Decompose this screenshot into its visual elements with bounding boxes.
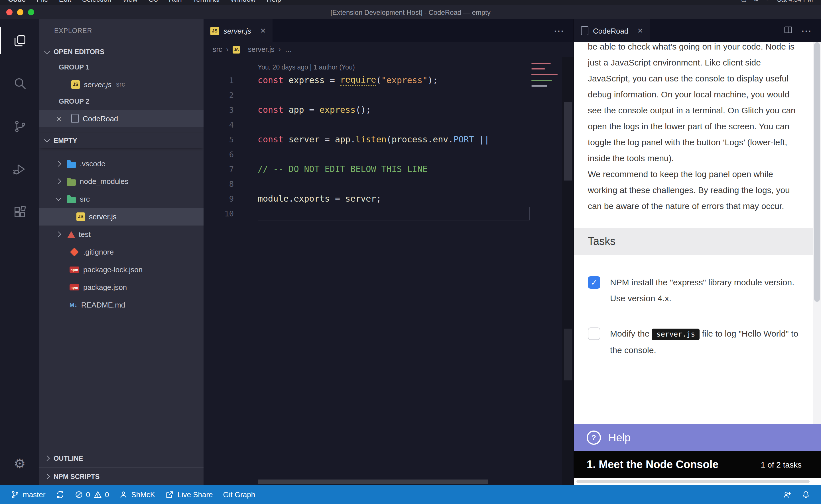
zoom-window-button[interactable] [28,9,34,15]
js-icon [233,46,240,53]
open-editor-coderoad[interactable]: CodeRoad [39,110,203,127]
activity-search-icon[interactable] [0,62,39,105]
menu-edit[interactable]: Edit [59,0,71,5]
lesson-footer[interactable]: 1. Meet the Node Console 1 of 2 tasks [574,451,821,478]
scrollbar-thumb[interactable] [564,102,572,181]
src-folder-icon [67,197,76,203]
codelens-annotation[interactable]: You, 20 days ago | 1 author (You) [258,64,573,71]
activity-source-control-icon[interactable] [0,105,39,147]
workspace-label: EMPTY [54,136,77,144]
open-editors-header[interactable]: OPEN EDITORS [39,45,203,59]
status-master[interactable]: master [6,485,50,504]
code-line-4[interactable]: 4 [203,117,573,132]
code-line-7[interactable]: 7// -- DO NOT EDIT BELOW THIS LINE [203,162,573,177]
status-sync[interactable] [50,485,69,504]
activity-extensions-icon[interactable] [0,190,39,233]
menubar-clock[interactable]: Sat 4:54 PM [777,0,813,5]
code-line-1[interactable]: 1const express = require("express"); [203,73,573,88]
task-checkbox-checked[interactable] [588,276,600,289]
code-line-3[interactable]: 3const app = express(); [203,103,573,117]
file-readme-md[interactable]: README.md [39,296,203,314]
file-src[interactable]: src [39,190,203,208]
code-line-5[interactable]: 5const server = app.listen(process.env.P… [203,132,573,147]
more-actions-icon[interactable] [554,26,564,36]
lesson-paragraph: be able to check what’s going on in your… [588,42,798,166]
file-node-modules[interactable]: node_modules [39,173,203,190]
breadcrumb-server-js[interactable]: server.js [248,46,275,54]
file-package-json[interactable]: package.json [39,278,203,296]
close-icon[interactable] [56,114,62,123]
open-editor-server-js[interactable]: server.jssrc [39,76,203,93]
menu-code[interactable]: Code [8,0,26,5]
menu-selection[interactable]: Selection [82,0,111,5]
menu-view[interactable]: View [122,0,138,5]
npm-scripts-header[interactable]: NPM SCRIPTS [39,467,203,485]
minimize-window-button[interactable] [17,9,23,15]
scrollbar-thumb[interactable] [564,329,572,380]
menu-help[interactable]: Help [267,0,281,5]
menu-run[interactable]: Run [169,0,182,5]
editor-vertical-scrollbar[interactable] [562,57,573,485]
more-actions-icon[interactable] [802,26,812,36]
task-checkbox-unchecked[interactable] [588,327,600,340]
close-window-button[interactable] [6,9,13,15]
tab-coderoad[interactable]: CodeRoad [574,19,650,42]
close-icon[interactable] [638,26,643,35]
chevron-right-icon [44,474,50,479]
line-number: 6 [203,150,234,159]
file-icon [71,114,79,123]
status-problems[interactable]: 00 [69,485,114,504]
status-live-share[interactable]: Live Share [160,485,218,504]
status-shmck[interactable]: ShMcK [114,485,160,504]
code-line-10[interactable]: 10 [203,206,573,221]
node-modules-folder-icon [67,179,76,185]
tasks-section-header: Tasks [574,228,821,255]
file-server-js[interactable]: server.js [39,208,203,226]
tab-server-js[interactable]: server.js [203,19,273,42]
close-icon[interactable] [260,26,266,35]
file-gitignore[interactable]: .gitignore [39,243,203,261]
menubar-status-icon[interactable] [754,0,759,5]
breadcrumb: src server.js … [203,42,573,57]
editor-horizontal-scrollbar[interactable] [258,480,488,484]
menu-window[interactable]: Window [230,0,256,5]
git-icon [70,247,79,256]
menubar-status-icon[interactable] [766,0,769,5]
code-line-8[interactable]: 8 [203,177,573,191]
workspace-header[interactable]: EMPTY [39,133,203,148]
code-chip: server.js [652,329,700,340]
outline-header[interactable]: OUTLINE [39,449,203,467]
status-feedback-icon[interactable] [778,485,797,504]
breadcrumb-more[interactable]: … [285,46,292,54]
code-line-2[interactable]: 2 [203,88,573,103]
menubar-status-icon[interactable] [741,0,747,5]
file-package-lock-json[interactable]: package-lock.json [39,261,203,278]
activity-run-debug-icon[interactable] [0,147,39,190]
file-vscode[interactable]: .vscode [39,155,203,173]
menu-terminal[interactable]: Terminal [193,0,220,5]
file-test[interactable]: test [39,226,203,243]
menu-file[interactable]: File [37,0,48,5]
split-editor-icon[interactable] [784,25,793,36]
code-line-6[interactable]: 6 [203,147,573,162]
line-number: 3 [203,105,234,114]
settings-gear-icon[interactable] [0,446,39,481]
open-editors-group-group-1: GROUP 1 [39,59,203,76]
scrollbar-thumb[interactable] [814,42,820,302]
status-git-graph[interactable]: Git Graph [218,485,261,504]
status-bell-icon[interactable] [797,485,815,504]
minimap[interactable] [531,63,559,87]
activity-explorer-icon[interactable] [0,19,39,62]
help-section[interactable]: Help [574,424,821,451]
macos-menubar: CodeFileEditSelectionViewGoRunTerminalWi… [0,0,821,5]
menu-go[interactable]: Go [148,0,158,5]
webview-scrollbar[interactable] [813,42,821,424]
activity-bar [0,19,39,485]
lesson-text: be able to check what’s going on in your… [574,42,821,214]
code-editor[interactable]: You, 20 days ago | 1 author (You) 1const… [203,57,573,485]
chevron-right-icon [56,231,61,237]
npm-icon [70,284,79,290]
markdown-icon [70,302,77,308]
breadcrumb-src[interactable]: src [213,46,222,54]
code-line-9[interactable]: 9module.exports = server; [203,191,573,206]
